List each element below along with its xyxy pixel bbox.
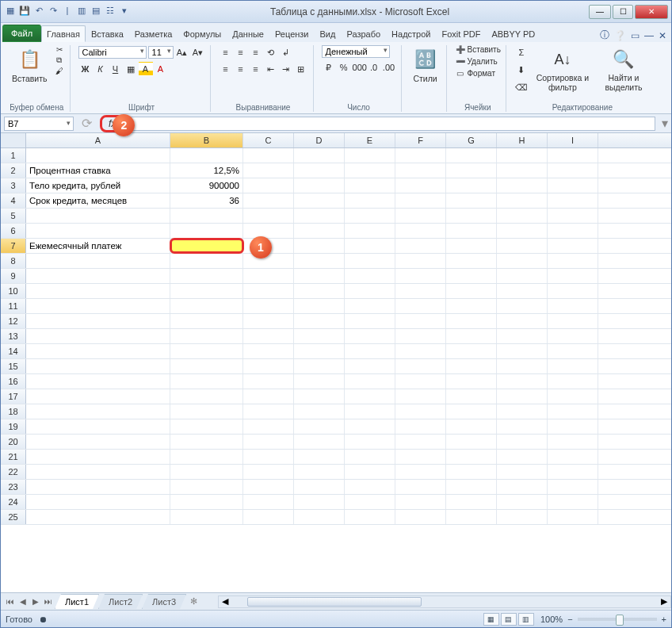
cell-F10[interactable] [395, 284, 446, 298]
row-header[interactable]: 14 [1, 344, 26, 358]
cell-B14[interactable] [170, 344, 243, 358]
cell-D22[interactable] [294, 465, 345, 479]
cell-H22[interactable] [497, 465, 548, 479]
cell-E23[interactable] [345, 480, 395, 494]
cell-H24[interactable] [497, 495, 548, 509]
cell-I3[interactable] [548, 178, 598, 193]
cell-A12[interactable] [26, 314, 170, 328]
cell-H15[interactable] [497, 359, 548, 373]
inc-dec-icon[interactable]: .0 [367, 60, 381, 75]
cell-H9[interactable] [497, 269, 548, 283]
cell-I6[interactable] [548, 224, 598, 238]
cell-H7[interactable] [497, 239, 548, 253]
cell-F2[interactable] [395, 163, 446, 178]
cell-E9[interactable] [345, 269, 395, 283]
cell-G5[interactable] [446, 209, 497, 223]
row-header[interactable]: 6 [1, 224, 26, 238]
cell-C16[interactable] [243, 374, 294, 389]
cell-D19[interactable] [294, 419, 345, 434]
cell-E13[interactable] [345, 329, 395, 343]
cell-G23[interactable] [446, 480, 497, 494]
cell-B9[interactable] [170, 269, 243, 283]
view-normal-icon[interactable]: ▦ [483, 613, 499, 626]
align-mid-icon[interactable]: ≡ [234, 45, 248, 59]
cell-D4[interactable] [294, 193, 345, 208]
cell-C15[interactable] [243, 359, 294, 373]
cell-D7[interactable] [294, 239, 345, 253]
cell-C18[interactable] [243, 404, 294, 419]
cell-A24[interactable] [26, 495, 170, 509]
cell-I1[interactable] [548, 148, 598, 163]
cell-F13[interactable] [395, 329, 446, 343]
cell-B1[interactable] [170, 148, 243, 163]
comma-icon[interactable]: 000 [352, 60, 366, 75]
underline-button[interactable]: Ч [109, 62, 123, 76]
cell-G15[interactable] [446, 359, 497, 373]
cell-C19[interactable] [243, 419, 294, 434]
cell-H4[interactable] [497, 193, 548, 208]
cell-F4[interactable] [395, 193, 446, 208]
insert-cells-button[interactable]: ➕Вставить [455, 45, 501, 54]
col-header-E[interactable]: E [345, 133, 395, 147]
cell-G7[interactable] [446, 239, 497, 253]
cell-F16[interactable] [395, 374, 446, 389]
cell-B20[interactable] [170, 435, 243, 449]
cell-B6[interactable] [170, 224, 243, 238]
row-header[interactable]: 19 [1, 419, 26, 434]
cell-E25[interactable] [345, 510, 395, 524]
cell-A5[interactable] [26, 209, 170, 223]
col-header-A[interactable]: A [26, 133, 170, 147]
cell-G17[interactable] [446, 389, 497, 404]
align-top-icon[interactable]: ≡ [219, 45, 233, 59]
cell-G8[interactable] [446, 254, 497, 268]
cell-H18[interactable] [497, 404, 548, 419]
cell-A10[interactable] [26, 284, 170, 298]
cell-E8[interactable] [345, 254, 395, 268]
number-format-combo[interactable]: Денежный [322, 45, 390, 58]
cell-E5[interactable] [345, 209, 395, 223]
bold-button[interactable]: Ж [78, 62, 93, 76]
cell-E4[interactable] [345, 193, 395, 208]
cell-A22[interactable] [26, 465, 170, 479]
qat-btn[interactable]: ▥ [75, 6, 88, 18]
minimize-button[interactable]: — [589, 5, 611, 19]
cell-A13[interactable] [26, 329, 170, 343]
cell-D10[interactable] [294, 284, 345, 298]
cell-I25[interactable] [548, 510, 598, 524]
row-header[interactable]: 3 [1, 178, 26, 193]
border-icon[interactable]: ▦ [124, 62, 138, 76]
zoom-slider[interactable] [578, 618, 657, 621]
cell-D11[interactable] [294, 299, 345, 313]
col-header-C[interactable]: C [243, 133, 294, 147]
row-header[interactable]: 20 [1, 435, 26, 449]
cell-E6[interactable] [345, 224, 395, 238]
tab-формулы[interactable]: Формулы [178, 25, 227, 42]
cut-icon[interactable]: ✂ [54, 45, 65, 54]
cell-I8[interactable] [548, 254, 598, 268]
ribbon-min-icon[interactable]: ▭ [631, 30, 640, 41]
cell-G9[interactable] [446, 269, 497, 283]
cell-D18[interactable] [294, 404, 345, 419]
cell-D15[interactable] [294, 359, 345, 373]
cell-E10[interactable] [345, 284, 395, 298]
cell-C23[interactable] [243, 480, 294, 494]
cell-B12[interactable] [170, 314, 243, 328]
cell-F20[interactable] [395, 435, 446, 449]
cell-I5[interactable] [548, 209, 598, 223]
indent-inc-icon[interactable]: ⇥ [279, 62, 293, 76]
fill-color-icon[interactable]: A [139, 62, 153, 76]
row-header[interactable]: 16 [1, 374, 26, 389]
autosum-icon[interactable]: Σ [514, 45, 529, 59]
cell-I9[interactable] [548, 269, 598, 283]
cell-A3[interactable]: Тело кредита, рублей [26, 178, 170, 193]
cell-B3[interactable]: 900000 [170, 178, 243, 193]
paste-button[interactable]: 📋 Вставить [9, 45, 51, 85]
name-box[interactable]: B7 [4, 117, 74, 131]
cell-G14[interactable] [446, 344, 497, 358]
cell-B10[interactable] [170, 284, 243, 298]
formula-input[interactable] [131, 117, 655, 131]
cell-F19[interactable] [395, 419, 446, 434]
fill-icon[interactable]: ⬇ [514, 63, 529, 77]
zoom-value[interactable]: 100% [540, 615, 563, 624]
cell-H13[interactable] [497, 329, 548, 343]
